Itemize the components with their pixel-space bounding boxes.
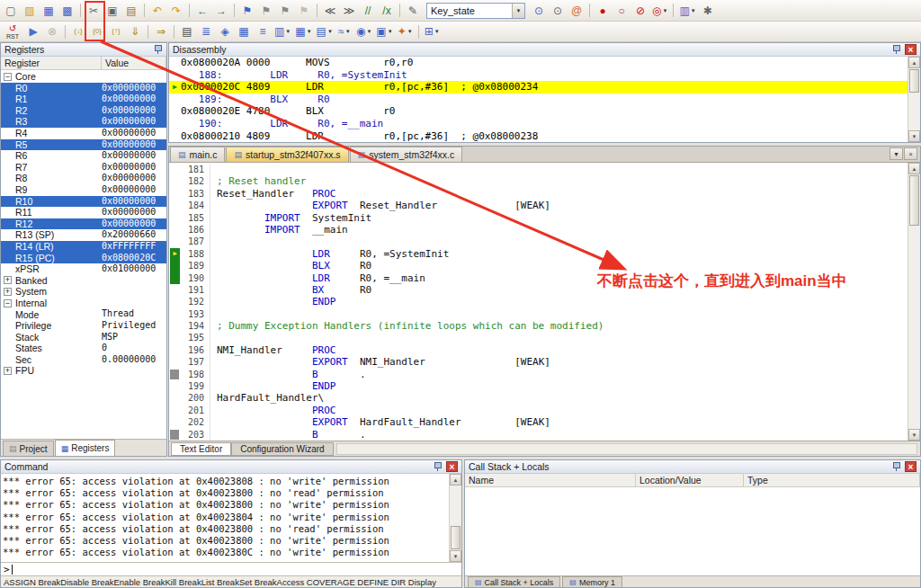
register-row[interactable]: +System	[1, 286, 166, 298]
register-row[interactable]: R110x00000000	[1, 207, 166, 218]
scroll-thumb[interactable]	[909, 175, 919, 226]
editor-line[interactable]: 200HardFault_Handler\	[169, 392, 908, 404]
command-scrollbar[interactable]: ▲ ▼	[449, 474, 461, 562]
register-row[interactable]: R14 (LR)0xFFFFFFFF	[1, 241, 166, 253]
register-row[interactable]: R50x00000000	[1, 139, 166, 151]
cut-button[interactable]: ✂	[85, 2, 103, 20]
scroll-track[interactable]	[908, 227, 920, 429]
system-viewer-button[interactable]: ▣▼	[374, 22, 394, 40]
editor-line[interactable]: 192 ENDP	[169, 296, 908, 307]
navigate-forward-button[interactable]: →	[212, 2, 230, 20]
scroll-track[interactable]	[908, 94, 920, 130]
editor-line[interactable]: 184 EXPORT Reset_Handler [WEAK]	[169, 200, 908, 211]
register-row[interactable]: R70x00000000	[1, 162, 166, 174]
disassembly-scrollbar[interactable]: ▲ ▼	[908, 57, 920, 142]
debug-restore-views-button[interactable]: ⊞▼	[423, 22, 442, 40]
uncomment-button[interactable]: /x	[378, 2, 396, 20]
scroll-down-icon[interactable]: ▼	[450, 550, 461, 562]
insert-breakpoint-button[interactable]: ●	[594, 2, 612, 20]
call-stack-window-button[interactable]: ≡	[254, 22, 272, 40]
symbol-window-button[interactable]: ◈	[216, 22, 234, 40]
register-row[interactable]: R20x00000000	[1, 105, 166, 117]
watch-window-button[interactable]: ▥▼	[273, 22, 292, 40]
tab-call-stack-locals[interactable]: ▤Call Stack + Locals	[468, 576, 560, 587]
step-into-button[interactable]: {↓}	[69, 22, 87, 40]
disassembly-line[interactable]: 0x0800020A 0000 MOVS r0,r0	[169, 57, 908, 69]
redo-button[interactable]: ↷	[167, 2, 185, 20]
register-row[interactable]: R120x00000000	[1, 218, 166, 230]
editor-line[interactable]: 181	[169, 164, 908, 175]
expand-icon[interactable]: +	[4, 367, 12, 375]
tab-memory-1[interactable]: ▤Memory 1	[562, 576, 622, 587]
tab-list-button[interactable]: ▼	[890, 147, 903, 160]
editor-line[interactable]: 185 IMPORT SystemInit	[169, 212, 908, 224]
location-value-column-header[interactable]: Location/Value	[636, 474, 744, 486]
editor-line[interactable]: 182; Reset handler	[169, 175, 908, 187]
editor-tab[interactable]: ▤system_stm32f4xx.c	[350, 147, 463, 162]
register-row[interactable]: States0	[1, 343, 166, 354]
editor-line[interactable]: 196NMI_Handler PROC	[169, 344, 908, 356]
editor-line[interactable]: 202 EXPORT HardFault_Handler [WEAK]	[169, 416, 908, 428]
stop-button[interactable]: ⊗	[43, 22, 61, 40]
comment-button[interactable]: //	[359, 2, 377, 20]
paste-button[interactable]: ▤	[122, 2, 140, 20]
editor-line[interactable]: 194; Dummy Exception Handlers (infinite …	[169, 320, 908, 332]
trace-window-button[interactable]: ◉▼	[354, 22, 373, 40]
navigate-back-button[interactable]: ←	[193, 2, 211, 20]
outdent-button[interactable]: ≪	[321, 2, 339, 20]
incremental-find-button[interactable]: @	[568, 2, 586, 20]
register-row[interactable]: −Internal	[1, 298, 166, 309]
editor-scrollbar[interactable]: ▲ ▼	[908, 163, 920, 441]
register-row[interactable]: R60x00000000	[1, 150, 166, 162]
command-window-button[interactable]: ▤	[178, 22, 196, 40]
editor-tab[interactable]: ▤main.c	[170, 147, 225, 162]
scroll-up-icon[interactable]: ▲	[908, 57, 920, 68]
disassembly-line[interactable]: 0x0800020E 4780 BLX r0	[169, 105, 908, 118]
register-row[interactable]: R13 (SP)0x20000660	[1, 229, 166, 241]
register-row[interactable]: R100x00000000	[1, 196, 166, 208]
editor-line[interactable]: 199 ENDP	[169, 380, 908, 392]
registers-window-button[interactable]: ▦	[235, 22, 253, 40]
open-folder-button[interactable]: ▨	[21, 2, 39, 20]
register-row[interactable]: R30x00000000	[1, 116, 166, 128]
editor-line[interactable]: 201 PROC	[169, 405, 908, 416]
pin-icon[interactable]	[891, 461, 901, 472]
register-row[interactable]: ModeThread	[1, 308, 166, 320]
register-row[interactable]: R40x00000000	[1, 128, 166, 139]
pin-icon[interactable]	[153, 44, 163, 55]
toggle-bookmark-button[interactable]: ⚑	[238, 2, 256, 20]
close-icon[interactable]: ×	[905, 44, 917, 55]
undo-button[interactable]: ↶	[148, 2, 166, 20]
reset-button[interactable]: ↺RST	[2, 22, 23, 40]
tab-text-editor[interactable]: Text Editor	[171, 442, 231, 456]
value-column-header[interactable]: Value	[102, 57, 166, 69]
step-over-button[interactable]: {0}	[88, 22, 106, 40]
window-layout-button[interactable]: ▥▼	[677, 2, 697, 20]
command-builtin-bar[interactable]: ASSIGN BreakDisable BreakEnable BreakKil…	[1, 575, 461, 587]
next-bookmark-button[interactable]: ⚑	[276, 2, 294, 20]
expand-icon[interactable]: +	[4, 276, 12, 284]
tab-registers[interactable]: ▦Registers	[55, 440, 116, 456]
find-in-files-button[interactable]: ⊙	[530, 2, 548, 20]
command-input-line[interactable]: >	[1, 562, 461, 575]
previous-bookmark-button[interactable]: ⚑	[257, 2, 275, 20]
toolbox-button[interactable]: ✦▼	[396, 22, 415, 40]
indent-button[interactable]: ≫	[340, 2, 358, 20]
scroll-up-icon[interactable]: ▲	[450, 474, 461, 486]
tab-project[interactable]: ▤Project	[3, 441, 54, 456]
memory-window-button[interactable]: ▦▼	[293, 22, 313, 40]
run-button[interactable]: ▶	[24, 22, 42, 40]
expand-icon[interactable]: +	[4, 288, 12, 296]
chevron-down-icon[interactable]: ▼	[512, 4, 524, 18]
serial-window-button[interactable]: ▤▼	[315, 22, 335, 40]
tab-configuration-wizard[interactable]: Configuration Wizard	[231, 442, 333, 456]
disassembly-window-button[interactable]: ≣	[197, 22, 215, 40]
collapse-icon[interactable]: −	[4, 73, 12, 81]
save-button[interactable]: ▦	[40, 2, 58, 20]
scroll-thumb[interactable]	[909, 69, 919, 93]
editor-line[interactable]: 203 B .	[169, 429, 908, 441]
register-row[interactable]: R00x00000000	[1, 83, 166, 94]
editor-line[interactable]: 193	[169, 308, 908, 320]
register-row[interactable]: R10x00000000	[1, 94, 166, 105]
edit-button[interactable]: ✎	[404, 2, 422, 20]
